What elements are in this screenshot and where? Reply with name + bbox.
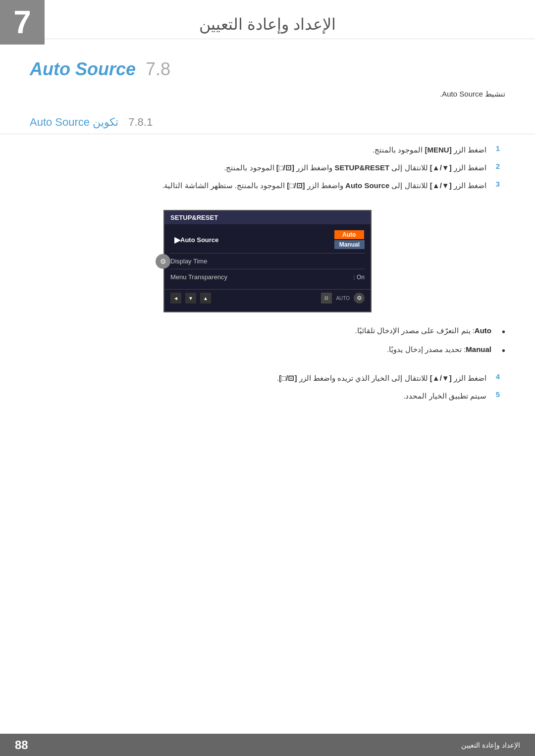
auto-text-icon: AUTO xyxy=(336,296,350,301)
bullet-dot-1: • xyxy=(495,325,505,339)
bullet-dot-2: • xyxy=(495,344,505,357)
step-text-4: اضغط الزر [▼/▲] للانتقال إلى الخيار الذي… xyxy=(30,372,486,384)
option-auto: Auto xyxy=(334,230,364,239)
step-number-1: 1 xyxy=(490,144,505,152)
step-1: 1 اضغط الزر [MENU] الموجود بالمنتج. xyxy=(30,144,505,156)
screenshot-wrapper: ⚙ SETUP&RESET ▶ Auto Source Auto Manual … xyxy=(0,202,535,320)
menu-label-display-time: Display Time xyxy=(170,257,365,265)
page-footer: الإعداد وإعادة التعيين 88 xyxy=(0,734,535,756)
settings-icon: ⚙ xyxy=(354,293,365,303)
bullets-container: • Auto: يتم التعرّف على مصدر الإدخال تلق… xyxy=(0,320,535,367)
menu-separator-1 xyxy=(170,253,365,253)
steps-before-screenshot: 1 اضغط الزر [MENU] الموجود بالمنتج. 2 اض… xyxy=(0,139,535,202)
bullet-manual: • Manual: تحديد مصدر إدخال يدويًا. xyxy=(30,344,505,357)
step-3: 3 اضغط الزر [▼/▲] للانتقال إلى Auto Sour… xyxy=(30,180,505,192)
menu-separator-2 xyxy=(170,269,365,269)
menu-item-menu-transparency: Menu Transparency : On xyxy=(170,271,365,283)
step-text-1: اضغط الزر [MENU] الموجود بالمنتج. xyxy=(30,144,486,156)
screenshot: ⚙ SETUP&RESET ▶ Auto Source Auto Manual … xyxy=(163,210,372,312)
bottom-nav-icons: ◄ ▼ ▲ xyxy=(170,293,211,303)
step-text-2: اضغط الزر [▼/▲] للانتقال إلى SETUP&RESET… xyxy=(30,162,486,174)
step-text-3: اضغط الزر [▼/▲] للانتقال إلى Auto Source… xyxy=(30,180,486,192)
chapter-title: الإعداد وإعادة التعيين xyxy=(20,15,515,34)
screenshot-menu: ▶ Auto Source Auto Manual Display Time M… xyxy=(164,224,371,287)
bullet-text-manual: Manual: تحديد مصدر إدخال يدويًا. xyxy=(387,344,491,355)
step-5: 5 سيتم تطبيق الخيار المحدد. xyxy=(30,390,505,402)
enter-icon: ⊡ xyxy=(321,293,332,303)
bullet-text-auto: Auto: يتم التعرّف على مصدر الإدخال تلقائ… xyxy=(355,325,492,337)
subsection-title: تكوين Auto Source xyxy=(30,116,118,129)
step-number-4: 4 xyxy=(490,372,505,381)
footer-chapter-label: الإعداد وإعادة التعيين xyxy=(461,741,520,749)
menu-item-display-time: Display Time xyxy=(170,255,365,267)
section-header: 7.8 Auto Source xyxy=(0,44,535,85)
step-number-3: 3 xyxy=(490,180,505,188)
chapter-number-box: 7 xyxy=(0,0,45,45)
footer-page-number: 88 xyxy=(15,738,28,752)
step-4: 4 اضغط الزر [▼/▲] للانتقال إلى الخيار ال… xyxy=(30,372,505,384)
intro-text: تنشيط Auto Source. xyxy=(0,85,535,108)
subsection-number: 7.8.1 xyxy=(128,116,153,129)
subsection-header: 7.8.1 تكوين Auto Source xyxy=(0,108,535,134)
screenshot-bottom-bar: ◄ ▼ ▲ ⊡ AUTO ⚙ xyxy=(164,289,371,306)
page-header: الإعداد وإعادة التعيين 7 xyxy=(0,0,535,39)
arrow-left-icon: ◄ xyxy=(170,293,181,303)
arrow-down-icon: ▼ xyxy=(185,293,196,303)
arrow-up-icon: ▲ xyxy=(200,293,211,303)
option-manual: Manual xyxy=(334,240,365,249)
menu-label-menu-transparency: Menu Transparency xyxy=(170,273,353,281)
menu-label-auto-source: Auto Source xyxy=(180,236,329,244)
step-number-5: 5 xyxy=(490,390,505,399)
section-number: 7.8 xyxy=(146,59,170,80)
section-title: Auto Source xyxy=(30,59,136,80)
menu-value-auto-source: Auto Manual xyxy=(334,230,365,249)
menu-item-auto-source: ▶ Auto Source Auto Manual xyxy=(170,228,365,251)
menu-value-menu-transparency: : On xyxy=(353,274,365,281)
bottom-right-icons: ⊡ AUTO ⚙ xyxy=(321,293,365,303)
gear-icon: ⚙ xyxy=(156,254,170,269)
step-number-2: 2 xyxy=(490,162,505,170)
step-text-5: سيتم تطبيق الخيار المحدد. xyxy=(30,390,486,402)
step-2: 2 اضغط الزر [▼/▲] للانتقال إلى SETUP&RES… xyxy=(30,162,505,174)
chapter-number: 7 xyxy=(13,6,31,38)
screenshot-title-bar: SETUP&RESET xyxy=(164,211,371,224)
steps-after-screenshot: 4 اضغط الزر [▼/▲] للانتقال إلى الخيار ال… xyxy=(0,367,535,413)
menu-arrow: ▶ xyxy=(174,235,180,245)
bullet-auto: • Auto: يتم التعرّف على مصدر الإدخال تلق… xyxy=(30,325,505,339)
